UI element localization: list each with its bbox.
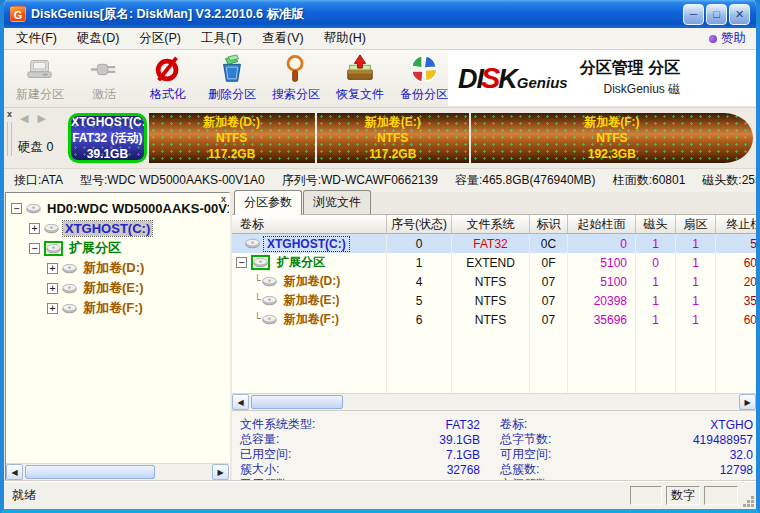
menu-item-5[interactable]: 帮助(H) xyxy=(314,27,376,50)
partition-bar: XTGHOST(C:)FAT32 (活动)39.1GB新加卷(D:)NTFS11… xyxy=(68,113,753,163)
main-area: x −HD0:WDC WD5000AAKS-00V1A0+XTGHOST(C:)… xyxy=(4,192,756,481)
tree-item-label: 扩展分区 xyxy=(67,239,123,257)
cell-磁头: 1 xyxy=(636,291,676,310)
激活-button[interactable]: 激活 xyxy=(72,50,136,107)
menu-item-2[interactable]: 分区(P) xyxy=(129,27,191,50)
disk-info-segment-4: 柱面数:60801 xyxy=(613,172,686,189)
table-row-3[interactable]: └新加卷(E:)5NTFS07203981135695 xyxy=(232,291,756,310)
num-lock-indicator: 数字 xyxy=(666,486,700,505)
resize-grip[interactable] xyxy=(743,496,755,508)
column-header-7[interactable]: 终止柱面 xyxy=(716,215,756,233)
collapse-icon[interactable]: − xyxy=(11,203,22,214)
table-row-1[interactable]: −扩展分区1EXTEND0F51000160800 xyxy=(232,253,756,272)
expand-icon[interactable]: + xyxy=(47,283,58,294)
expand-icon[interactable]: + xyxy=(47,303,58,314)
menu-item-1[interactable]: 硬盘(D) xyxy=(67,27,129,50)
scroll-left-icon[interactable]: ◀ xyxy=(232,394,249,410)
partition-segment-2[interactable]: 新加卷(E:)NTFS117.2GB xyxy=(315,113,469,163)
格式化-button[interactable]: 格式化 xyxy=(136,50,200,107)
table-row-0[interactable]: XTGHOST(C:)0FAT320C0115099 xyxy=(232,234,756,253)
table-empty-area xyxy=(232,329,756,393)
toolbar-button-label: 格式化 xyxy=(150,86,186,103)
cell-起始柱面: 0 xyxy=(568,234,636,253)
cell-终止柱面: 20397 xyxy=(716,272,756,291)
recover-files-icon xyxy=(344,53,376,85)
collapse-icon[interactable]: − xyxy=(29,243,40,254)
partition-details: 文件系统类型:FAT32卷标:XTGHO总容量:39.1GB总字节数:41948… xyxy=(232,410,756,481)
tree-item-2[interactable]: −扩展分区 xyxy=(6,238,229,258)
tab-partition-params[interactable]: 分区参数 xyxy=(234,190,302,215)
column-header-4[interactable]: 起始柱面 xyxy=(568,215,636,233)
tree-hscrollbar[interactable]: ◀ ▶ xyxy=(6,463,229,480)
expand-icon[interactable]: + xyxy=(29,223,40,234)
cell-文件系统: EXTEND xyxy=(452,253,530,272)
detail-value: XTGHO xyxy=(618,418,756,432)
disk-info-segment-1: 型号:WDC WD5000AAKS-00V1A0 xyxy=(80,172,265,189)
minimize-button[interactable]: ─ xyxy=(683,4,704,25)
collapse-icon[interactable]: − xyxy=(236,257,247,268)
column-header-2[interactable]: 文件系统 xyxy=(452,215,530,233)
column-header-3[interactable]: 标识 xyxy=(530,215,568,233)
menu-item-3[interactable]: 工具(T) xyxy=(191,27,252,50)
column-header-0[interactable]: 卷标 xyxy=(232,215,387,233)
恢复文件-button[interactable]: 恢复文件 xyxy=(328,50,392,107)
删除分区-button[interactable]: 删除分区 xyxy=(200,50,264,107)
menu-item-4[interactable]: 查看(V) xyxy=(252,27,314,50)
scroll-right-icon[interactable]: ▶ xyxy=(212,464,229,480)
new-partition-icon xyxy=(24,53,56,85)
tree-scroll-thumb[interactable] xyxy=(25,465,155,479)
column-header-5[interactable]: 磁头 xyxy=(636,215,676,233)
disk-info-segment-5: 磁头数:255 xyxy=(702,172,756,189)
scroll-left-icon[interactable]: ◀ xyxy=(6,464,23,480)
expand-icon[interactable]: + xyxy=(47,263,58,274)
banner-tagline: 分区管理 分区 xyxy=(580,58,680,79)
tree-item-1[interactable]: +XTGHOST(C:) xyxy=(6,218,229,238)
disk-icon xyxy=(262,276,277,287)
cell-扇区: 1 xyxy=(676,272,716,291)
cell-序号(状态): 0 xyxy=(387,234,452,253)
maximize-button[interactable]: □ xyxy=(706,4,727,25)
partition-size: 117.2GB xyxy=(149,146,315,162)
tree-item-0[interactable]: −HD0:WDC WD5000AAKS-00V1A0 xyxy=(6,198,229,218)
row-volume-label: XTGHOST(C:) xyxy=(264,237,349,251)
tab-bar: 分区参数浏览文件 xyxy=(232,192,756,214)
备份分区-button[interactable]: 备份分区 xyxy=(392,50,456,107)
toolbar-button-label: 恢复文件 xyxy=(336,86,384,103)
cell-标识: 07 xyxy=(530,272,568,291)
app-window: G DiskGenius[原名: DiskMan] V3.2.2010.6 标准… xyxy=(0,0,760,513)
新建分区-button[interactable]: 新建分区 xyxy=(8,50,72,107)
partition-segment-3[interactable]: 新加卷(F:)NTFS192.3GB xyxy=(469,113,753,163)
table-row-2[interactable]: └新加卷(D:)4NTFS0751001120397 xyxy=(232,272,756,291)
sponsor-link[interactable]: 赞助 xyxy=(709,30,756,47)
table-row-4[interactable]: └新加卷(F:)6NTFS07356961160800 xyxy=(232,310,756,329)
cell-标识: 07 xyxy=(530,291,568,310)
partition-table: XTGHOST(C:)0FAT320C0115099−扩展分区1EXTEND0F… xyxy=(232,234,756,329)
tree-item-5[interactable]: +新加卷(F:) xyxy=(6,298,229,318)
tree-item-label: XTGHOST(C:) xyxy=(63,221,152,236)
detail-value: 32768 xyxy=(348,463,480,477)
column-header-6[interactable]: 扇区 xyxy=(676,215,716,233)
tree-item-4[interactable]: +新加卷(E:) xyxy=(6,278,229,298)
tree-item-3[interactable]: +新加卷(D:) xyxy=(6,258,229,278)
panel-grip[interactable] xyxy=(7,122,12,156)
disk-info-segment-3: 容量:465.8GB(476940MB) xyxy=(455,172,596,189)
panel-close-icon[interactable]: x xyxy=(7,109,12,119)
menu-item-0[interactable]: 文件(F) xyxy=(6,27,67,50)
partition-segment-0[interactable]: XTGHOST(C:)FAT32 (活动)39.1GB xyxy=(68,113,147,163)
cell-序号(状态): 4 xyxy=(387,272,452,291)
cell-扇区: 1 xyxy=(676,253,716,272)
cell-磁头: 0 xyxy=(636,253,676,272)
partition-segment-1[interactable]: 新加卷(D:)NTFS117.2GB xyxy=(147,113,315,163)
partition-size: 117.2GB xyxy=(317,146,469,162)
column-header-1[interactable]: 序号(状态) xyxy=(387,215,452,233)
table-scroll-thumb[interactable] xyxy=(251,395,343,409)
tab-browse-files[interactable]: 浏览文件 xyxy=(303,190,371,214)
table-hscrollbar[interactable]: ◀ ▶ xyxy=(232,393,756,410)
close-button[interactable]: ✕ xyxy=(729,4,750,25)
搜索分区-button[interactable]: 搜索分区 xyxy=(264,50,328,107)
title-bar[interactable]: G DiskGenius[原名: DiskMan] V3.2.2010.6 标准… xyxy=(4,0,756,28)
disk-nav-arrows[interactable]: ◀ ▶ xyxy=(20,112,49,125)
scroll-right-icon[interactable]: ▶ xyxy=(739,394,756,410)
status-text: 就绪 xyxy=(12,487,626,504)
tree-close-icon[interactable]: x xyxy=(221,194,226,204)
